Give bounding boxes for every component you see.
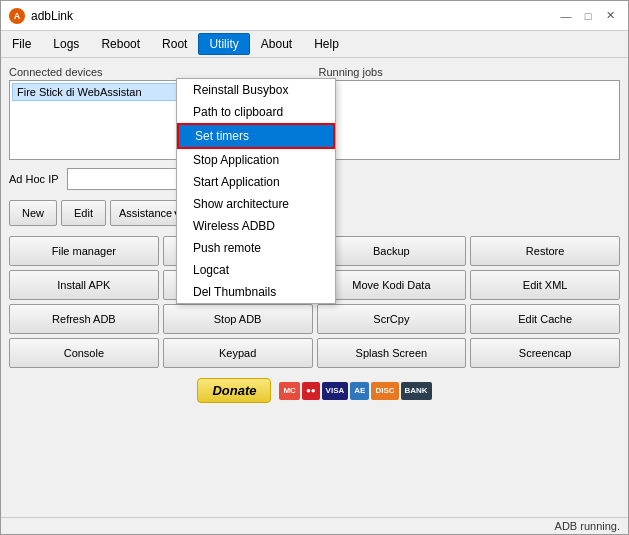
main-content: Reinstall Busybox Path to clipboard Set … [1,58,628,517]
running-jobs-section: Running jobs [319,66,621,160]
donate-row: Donate MC ●● VISA AE DISC BANK [9,378,620,403]
utility-dropdown-menu: Reinstall Busybox Path to clipboard Set … [176,78,336,304]
menu-start-application[interactable]: Start Application [177,171,335,193]
console-button[interactable]: Console [9,338,159,368]
move-kodi-data-button[interactable]: Move Kodi Data [317,270,467,300]
donate-label: Donate [212,383,256,398]
keypad-button[interactable]: Keypad [163,338,313,368]
menu-del-thumbnails[interactable]: Del Thumbnails [177,281,335,303]
discover-icon: DISC [371,382,398,400]
menu-wireless-adbd[interactable]: Wireless ADBD [177,215,335,237]
menu-show-architecture[interactable]: Show architecture [177,193,335,215]
main-window: A adbLink — □ ✕ File Logs Reboot Root Ut… [0,0,629,535]
menu-set-timers[interactable]: Set timers [177,123,335,149]
menu-path-to-clipboard[interactable]: Path to clipboard [177,101,335,123]
backup-button[interactable]: Backup [317,236,467,266]
edit-xml-button[interactable]: Edit XML [470,270,620,300]
menu-file[interactable]: File [1,33,42,55]
file-manager-button[interactable]: File manager [9,236,159,266]
menu-about[interactable]: About [250,33,303,55]
donate-button[interactable]: Donate [197,378,271,403]
window-title: adbLink [31,9,73,23]
edit-button[interactable]: Edit [61,200,106,226]
title-controls: — □ ✕ [556,6,620,26]
bank-icon: BANK [401,382,432,400]
app-icon: A [9,8,25,24]
menu-reinstall-busybox[interactable]: Reinstall Busybox [177,79,335,101]
adhoc-label: Ad Hoc IP [9,173,59,185]
running-jobs-box [319,80,621,160]
status-text: ADB running. [555,520,620,532]
menu-logcat[interactable]: Logcat [177,259,335,281]
splash-screen-button[interactable]: Splash Screen [317,338,467,368]
edit-cache-button[interactable]: Edit Cache [470,304,620,334]
restore-button[interactable]: Restore [470,236,620,266]
install-apk-button[interactable]: Install APK [9,270,159,300]
screencap-button[interactable]: Screencap [470,338,620,368]
title-bar-left: A adbLink [9,8,73,24]
menu-push-remote[interactable]: Push remote [177,237,335,259]
new-button[interactable]: New [9,200,57,226]
close-button[interactable]: ✕ [600,6,620,26]
menu-reboot[interactable]: Reboot [90,33,151,55]
scrcpy-button[interactable]: ScrCpy [317,304,467,334]
running-jobs-label: Running jobs [319,66,621,78]
menu-logs[interactable]: Logs [42,33,90,55]
adhoc-input[interactable] [67,168,187,190]
title-bar: A adbLink — □ ✕ [1,1,628,31]
menu-root[interactable]: Root [151,33,198,55]
menu-stop-application[interactable]: Stop Application [177,149,335,171]
refresh-adb-button[interactable]: Refresh ADB [9,304,159,334]
amex-icon: AE [350,382,369,400]
minimize-button[interactable]: — [556,6,576,26]
payment-icons: MC ●● VISA AE DISC BANK [279,382,431,400]
status-bar: ADB running. [1,517,628,534]
menu-bar: File Logs Reboot Root Utility About Help [1,31,628,58]
connected-devices-label: Connected devices [9,66,311,78]
mastercard2-icon: ●● [302,382,320,400]
menu-utility[interactable]: Utility [198,33,249,55]
visa-icon: VISA [322,382,349,400]
assistance-label: Assistance [119,207,172,219]
mastercard-icon: MC [279,382,299,400]
maximize-button[interactable]: □ [578,6,598,26]
menu-help[interactable]: Help [303,33,350,55]
stop-adb-button[interactable]: Stop ADB [163,304,313,334]
